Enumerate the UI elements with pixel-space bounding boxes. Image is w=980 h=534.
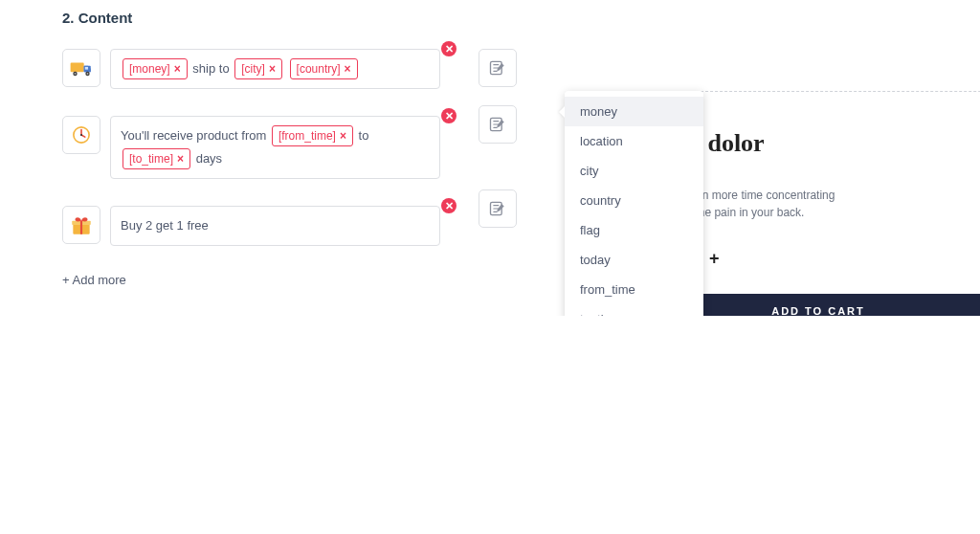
variable-token[interactable]: [from_time]× [272,125,353,146]
var-insert-column [479,49,519,246]
truck-icon[interactable] [62,49,100,87]
svg-point-8 [80,134,82,136]
dropdown-item-flag[interactable]: flag [565,215,703,245]
token-remove-icon[interactable]: × [269,62,276,76]
insert-variable-button[interactable] [479,189,517,228]
dropdown-item-to_time[interactable]: to_time [565,304,703,316]
dropdown-item-location[interactable]: location [565,126,703,156]
section-title: 2. Content [62,10,918,26]
content-input[interactable]: Buy 2 get 1 free [110,206,440,246]
content-input[interactable]: You'll receive product from [from_time]×… [110,116,440,179]
variable-token[interactable]: [country]× [290,58,358,79]
content-row: [money]× ship to [city]× [country]×✕ [62,49,440,89]
content-rows: [money]× ship to [city]× [country]×✕You'… [62,49,440,287]
svg-rect-0 [71,63,84,73]
svg-rect-11 [80,221,82,234]
content-row: You'll receive product from [from_time]×… [62,116,440,179]
dropdown-item-today[interactable]: today [565,245,703,275]
content-input[interactable]: [money]× ship to [city]× [country]× [110,49,440,89]
qty-plus-button[interactable]: + [709,249,720,269]
content-row: Buy 2 get 1 free✕ [62,206,440,246]
variable-token[interactable]: [city]× [234,58,282,79]
token-remove-icon[interactable]: × [345,62,351,76]
token-remove-icon[interactable]: × [177,152,184,166]
delete-row-button[interactable]: ✕ [441,108,457,123]
insert-variable-button[interactable] [479,49,517,87]
token-remove-icon[interactable]: × [340,129,346,143]
clock-icon[interactable] [62,116,100,154]
add-more-button[interactable]: + Add more [62,273,440,287]
token-remove-icon[interactable]: × [174,62,181,76]
delete-row-button[interactable]: ✕ [441,41,457,56]
variable-token[interactable]: [to_time]× [122,148,190,169]
dropdown-item-city[interactable]: city [565,156,703,186]
variable-token[interactable]: [money]× [122,58,188,79]
svg-rect-6 [85,67,88,70]
gift-icon[interactable] [62,206,100,244]
svg-point-3 [75,73,77,75]
insert-variable-button[interactable] [479,105,517,144]
dropdown-item-from_time[interactable]: from_time [565,275,703,304]
svg-point-5 [87,73,89,75]
delete-row-button[interactable]: ✕ [441,198,457,213]
variable-dropdown[interactable]: moneylocationcitycountryflagtodayfrom_ti… [565,91,703,316]
dropdown-item-country[interactable]: country [565,186,703,215]
dropdown-item-money[interactable]: money [565,97,703,126]
